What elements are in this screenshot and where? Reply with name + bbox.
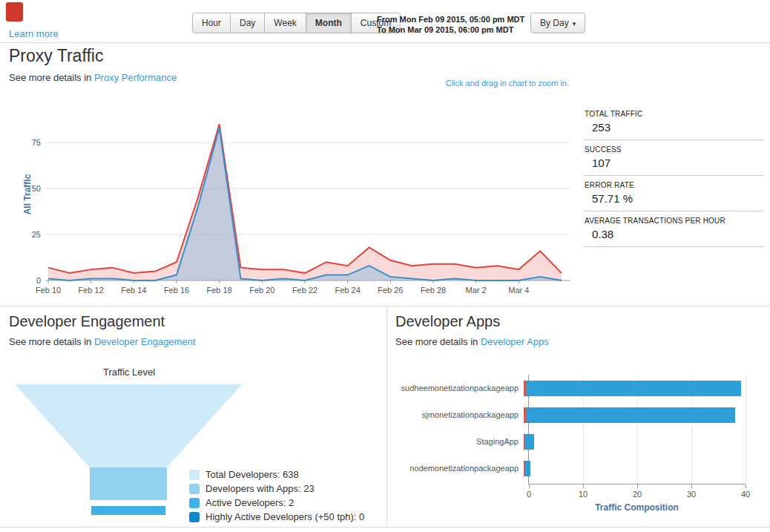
developer-apps-link[interactable]: Developer Apps: [481, 336, 549, 347]
date-range-from: From Mon Feb 09 2015, 05:00 pm MDT: [377, 14, 524, 24]
funnel-title: Traffic Level: [13, 367, 245, 378]
x-tick-label: Feb 12: [79, 286, 104, 295]
range-button-week[interactable]: Week: [264, 13, 306, 33]
apps-bar[interactable]: [524, 381, 741, 396]
stat-total-traffic: TOTAL TRAFFIC 253: [585, 110, 763, 140]
apps-bar-row: nodemonetizationpackageapp: [395, 455, 760, 482]
apps-bar[interactable]: [524, 434, 534, 450]
y-tick-label: 50: [32, 184, 41, 193]
funnel-stage-developers-with-apps[interactable]: [90, 467, 167, 500]
apps-x-tick-label: 40: [731, 490, 760, 499]
x-tick-label: Mar 2: [466, 286, 487, 295]
legend-swatch: [189, 470, 200, 480]
apps-x-tick-label: 10: [568, 490, 598, 499]
apps-bar-row: StagingApp: [395, 428, 760, 455]
legend-swatch: [189, 512, 200, 522]
traffic-stats-panel: TOTAL TRAFFIC 253 SUCCESS 107 ERROR RATE…: [585, 110, 763, 252]
developer-engagement-subtitle: See more details in Developer Engagement: [9, 336, 196, 347]
date-range-to: To Mon Mar 09 2015, 06:00 pm MDT: [377, 24, 524, 35]
total-traffic-area: [48, 124, 562, 280]
apps-bar-traffic-segment: [525, 434, 534, 450]
x-tick-label: Feb 18: [207, 286, 232, 295]
apps-x-axis-label: Traffic Composition: [528, 502, 746, 513]
learn-more-link[interactable]: Learn more: [9, 28, 58, 39]
x-tick-label: Feb 22: [292, 286, 317, 295]
success-line: [48, 128, 562, 280]
apps-bar-traffic-segment: [526, 407, 735, 423]
apps-x-tick: [529, 485, 530, 488]
apps-x-tick-label: 20: [622, 490, 652, 499]
apps-bar[interactable]: [524, 407, 735, 423]
developer-apps-subtitle: See more details in Developer Apps: [395, 336, 549, 347]
proxy-traffic-subtitle: See more details in Proxy Performance: [9, 72, 177, 83]
zoom-hint: Click and drag in chart to zoom in.: [446, 79, 569, 88]
apps-category-label: StagingApp: [395, 437, 524, 446]
apps-bar-traffic-segment: [525, 461, 530, 476]
y-axis-label: All Traffic: [22, 161, 33, 228]
success-area: [48, 128, 562, 280]
legend-item-active-developers: Active Developers: 2: [189, 497, 364, 508]
divider: [0, 527, 770, 528]
stat-avg-tph: AVERAGE TRANSACTIONS PER HOUR 0.38: [585, 217, 763, 247]
funnel-legend: Total Developers: 638 Developers with Ap…: [189, 469, 364, 525]
apps-bar[interactable]: [524, 461, 530, 476]
apps-x-tick: [746, 485, 746, 488]
stat-error-rate: ERROR RATE 57.71 %: [585, 181, 763, 211]
y-tick-label: 0: [36, 276, 41, 285]
x-tick-label: Mar 4: [508, 286, 529, 295]
legend-swatch: [189, 484, 200, 494]
funnel-stage-total-developers[interactable]: [15, 384, 242, 467]
chevron-down-icon: ▾: [573, 20, 576, 27]
apps-category-label: sudheemonetizationpackageapp: [395, 384, 524, 393]
range-button-day[interactable]: Day: [230, 13, 265, 33]
divider: [386, 306, 387, 528]
legend-item-total-developers: Total Developers: 638: [189, 469, 364, 480]
apps-category-label: nodemonetizationpackageapp: [395, 464, 524, 473]
divider: [0, 42, 770, 43]
total-traffic-line: [48, 124, 562, 273]
apps-x-tick: [637, 485, 638, 488]
apps-x-tick-label: 0: [514, 490, 544, 499]
x-tick-label: Feb 10: [36, 286, 61, 295]
developer-apps-title: Developer Apps: [395, 313, 500, 330]
app-logo: [6, 2, 23, 22]
proxy-traffic-title: Proxy Traffic: [9, 46, 103, 66]
range-button-month[interactable]: Month: [306, 13, 352, 33]
x-tick-label: Feb 26: [378, 286, 403, 295]
developer-engagement-title: Developer Engagement: [9, 313, 165, 330]
legend-item-developers-with-apps: Developers with Apps: 23: [189, 483, 364, 494]
apps-bar-row: sudheemonetizationpackageapp: [395, 375, 760, 401]
legend-item-highly-active-developers: Highly Active Developers (+50 tph): 0: [189, 511, 364, 522]
proxy-traffic-chart[interactable]: 0255075Feb 10Feb 12Feb 14Feb 16Feb 18Feb…: [0, 95, 582, 301]
y-tick-label: 75: [32, 138, 41, 147]
apps-x-tick-label: 30: [677, 490, 706, 499]
x-tick-label: Feb 16: [164, 286, 189, 295]
stat-success: SUCCESS 107: [585, 145, 763, 176]
developer-engagement-link[interactable]: Developer Engagement: [94, 336, 196, 347]
divider: [0, 306, 770, 306]
time-range-button-group: Hour Day Week Month Custom: [192, 13, 401, 33]
group-by-dropdown[interactable]: By Day▾: [530, 13, 585, 33]
group-by-label: By Day: [540, 18, 569, 28]
apps-category-label: sjmonetizationpackageapp: [395, 410, 524, 419]
x-tick-label: Feb 24: [335, 286, 361, 295]
apps-x-tick: [583, 485, 584, 488]
apps-x-tick: [691, 485, 692, 488]
proxy-performance-link[interactable]: Proxy Performance: [94, 72, 177, 83]
x-tick-label: Feb 28: [421, 286, 446, 295]
apps-bar-row: sjmonetizationpackageapp: [395, 401, 760, 428]
funnel-stage-active-developers[interactable]: [91, 506, 165, 515]
date-range-display: From Mon Feb 09 2015, 05:00 pm MDT To Mo…: [377, 14, 524, 35]
range-button-hour[interactable]: Hour: [192, 13, 231, 33]
dashboard-page: Learn more Hour Day Week Month Custom Fr…: [0, 0, 770, 532]
legend-swatch: [189, 498, 200, 508]
x-tick-label: Feb 14: [121, 286, 146, 295]
x-tick-label: Feb 20: [249, 286, 274, 295]
y-tick-label: 25: [32, 230, 41, 239]
apps-bar-traffic-segment: [526, 381, 741, 396]
developer-apps-chart[interactable]: sudheemonetizationpackageappsjmonetizati…: [395, 375, 760, 523]
